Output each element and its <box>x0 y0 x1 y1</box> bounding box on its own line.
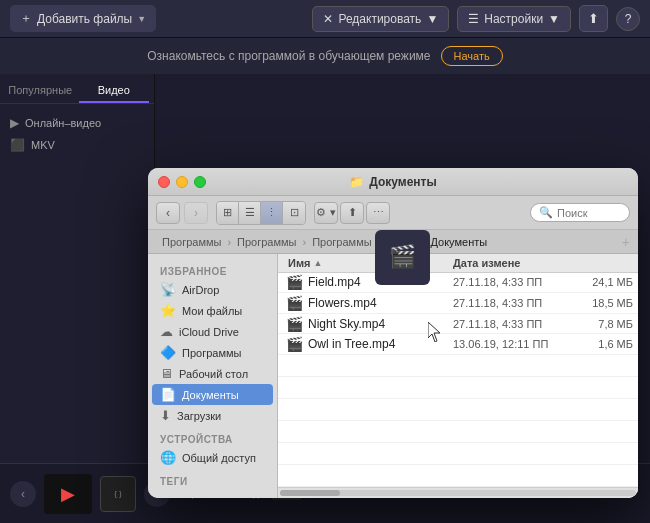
nav-left-button[interactable]: ‹ <box>10 481 36 507</box>
window-minimize-button[interactable] <box>176 176 188 188</box>
tags-section: Теги <box>148 472 277 493</box>
file-icon-flowers: 🎬 <box>286 295 303 311</box>
finder-tag-button[interactable]: ⋯ <box>366 202 390 224</box>
finder-sidebar-myfiles[interactable]: ⭐ Мои файлы <box>148 300 277 321</box>
empty-rows <box>278 355 638 487</box>
format-icon: { } <box>100 476 136 512</box>
file-date-flowers: 27.11.18, 4:33 ПП <box>448 297 578 309</box>
sidebar-mkv-label: MKV <box>31 139 55 151</box>
add-icon: ＋ <box>20 10 32 27</box>
file-label-nightsky: Night Sky.mp4 <box>308 317 385 331</box>
finder-sidebar: Избранное 📡 AirDrop ⭐ Мои файлы ☁ iCloud… <box>148 254 278 498</box>
settings-label: Настройки <box>484 12 543 26</box>
myfiles-label: Мои файлы <box>182 305 242 317</box>
tags-heading: Теги <box>148 472 277 489</box>
file-row-owl[interactable]: 🎬 Owl in Tree.mp4 13.06.19, 12:11 ПП 1,6… <box>278 334 638 355</box>
empty-row-4 <box>278 421 638 443</box>
edit-button[interactable]: ✕ Редактировать ▼ <box>312 6 449 32</box>
icloud-label: iCloud Drive <box>179 326 239 338</box>
programs-icon: 🔷 <box>160 345 176 360</box>
add-files-label: Добавить файлы <box>37 12 132 26</box>
finder-title-text: Документы <box>369 175 436 189</box>
finder-view-buttons: ⊞ ☰ ⋮ ⊡ <box>216 201 306 225</box>
file-label-field: Field.mp4 <box>308 275 361 289</box>
path-programs-2[interactable]: Программы <box>231 236 302 248</box>
finder-share-button[interactable]: ⬆ <box>340 202 364 224</box>
finder-sidebar-desktop[interactable]: 🖥 Рабочий стол <box>148 363 277 384</box>
sort-arrow-icon: ▲ <box>313 258 322 268</box>
empty-row-1 <box>278 355 638 377</box>
finder-list-view[interactable]: ☰ <box>239 202 261 224</box>
finder-forward-button[interactable]: › <box>184 202 208 224</box>
app-container: ＋ Добавить файлы ▼ ✕ Редактировать ▼ ☰ Н… <box>0 0 650 523</box>
file-date-nightsky: 27.11.18, 4:33 ПП <box>448 318 578 330</box>
empty-row-6 <box>278 465 638 487</box>
share-button[interactable]: ⬆ <box>579 5 608 32</box>
card-center: 🎬 <box>375 230 430 285</box>
finder-sidebar-programs[interactable]: 🔷 Программы <box>148 342 277 363</box>
path-programs-3[interactable]: Программы <box>306 236 377 248</box>
finder-search-input[interactable] <box>557 207 627 219</box>
finder-window: 📁 Документы ‹ › ⊞ ☰ ⋮ ⊡ ⚙ ▾ ⬆ ⋯ 🔍 <box>148 168 638 498</box>
file-label-flowers: Flowers.mp4 <box>308 296 377 310</box>
finder-icon-view[interactable]: ⊞ <box>217 202 239 224</box>
settings-chevron-icon: ▼ <box>548 12 560 26</box>
finder-gallery-view[interactable]: ⊡ <box>283 202 305 224</box>
path-documents[interactable]: Документы <box>424 236 493 248</box>
finder-scrollbar[interactable] <box>278 487 638 498</box>
finder-body: Избранное 📡 AirDrop ⭐ Мои файлы ☁ iCloud… <box>148 254 638 498</box>
path-add-button[interactable]: + <box>622 234 630 250</box>
finder-gear-button[interactable]: ⚙ ▾ <box>314 202 338 224</box>
edit-x-icon: ✕ <box>323 12 333 26</box>
sidebar-item-mkv[interactable]: ⬛ MKV <box>0 134 154 156</box>
file-row-field[interactable]: 🎬 Field.mp4 27.11.18, 4:33 ПП 24,1 МБ <box>278 273 638 294</box>
settings-button[interactable]: ☰ Настройки ▼ <box>457 6 571 32</box>
scrollbar-thumb[interactable] <box>280 490 340 496</box>
file-row-flowers[interactable]: 🎬 Flowers.mp4 27.11.18, 4:33 ПП 18,5 МБ <box>278 293 638 314</box>
share-icon: ⬆ <box>588 11 599 26</box>
finder-filelist: Имя ▲ Дата измене 🎬 Field.mp4 27.11.18, … <box>278 254 638 498</box>
sharing-icon: 🌐 <box>160 450 176 465</box>
downloads-label: Загрузки <box>177 410 221 422</box>
file-date-owl: 13.06.19, 12:11 ПП <box>448 338 578 350</box>
col-date-header[interactable]: Дата измене <box>448 257 578 269</box>
finder-sidebar-icloud[interactable]: ☁ iCloud Drive <box>148 321 277 342</box>
edit-chevron-icon: ▼ <box>426 12 438 26</box>
scrollbar-track[interactable] <box>280 490 636 496</box>
tab-popular[interactable]: Популярные <box>5 79 76 103</box>
file-icon-owl: 🎬 <box>286 336 303 352</box>
file-size-field: 24,1 МБ <box>578 276 638 288</box>
window-close-button[interactable] <box>158 176 170 188</box>
window-maximize-button[interactable] <box>194 176 206 188</box>
file-size-owl: 1,6 МБ <box>578 338 638 350</box>
start-button[interactable]: Начать <box>441 46 503 66</box>
add-chevron-icon: ▼ <box>137 14 146 24</box>
finder-sidebar-airdrop[interactable]: 📡 AirDrop <box>148 279 277 300</box>
finder-sidebar-downloads[interactable]: ⬇ Загрузки <box>148 405 277 426</box>
finder-back-button[interactable]: ‹ <box>156 202 180 224</box>
column-headers: Имя ▲ Дата измене <box>278 254 638 273</box>
finder-sidebar-sharing[interactable]: 🌐 Общий доступ <box>148 447 277 468</box>
file-size-flowers: 18,5 МБ <box>578 297 638 309</box>
finder-search[interactable]: 🔍 <box>530 203 630 222</box>
help-button[interactable]: ? <box>616 7 640 31</box>
finder-title: 📁 Документы <box>349 175 436 189</box>
sidebar-item-online[interactable]: ▶ Онлайн–видео <box>0 112 154 134</box>
file-row-nightsky[interactable]: 🎬 Night Sky.mp4 27.11.18, 4:33 ПП 7,8 МБ <box>278 314 638 335</box>
favorites-heading: Избранное <box>148 262 277 279</box>
sidebar-content: ▶ Онлайн–видео ⬛ MKV <box>0 104 154 523</box>
file-name-nightsky: 🎬 Night Sky.mp4 <box>278 316 448 332</box>
empty-row-2 <box>278 377 638 399</box>
toolbar: ＋ Добавить файлы ▼ ✕ Редактировать ▼ ☰ Н… <box>0 0 650 38</box>
path-programs-1[interactable]: Программы <box>156 236 227 248</box>
tab-video[interactable]: Видео <box>79 79 150 103</box>
finder-column-view[interactable]: ⋮ <box>261 202 283 224</box>
finder-action-buttons: ⚙ ▾ ⬆ ⋯ <box>314 202 390 224</box>
file-size-nightsky: 7,8 МБ <box>578 318 638 330</box>
sidebar-online-label: Онлайн–видео <box>25 117 101 129</box>
finder-sidebar-documents[interactable]: 📄 Документы <box>152 384 273 405</box>
add-files-button[interactable]: ＋ Добавить файлы ▼ <box>10 5 156 32</box>
documents-icon: 📄 <box>160 387 176 402</box>
file-name-flowers: 🎬 Flowers.mp4 <box>278 295 448 311</box>
file-icon-field: 🎬 <box>286 274 303 290</box>
